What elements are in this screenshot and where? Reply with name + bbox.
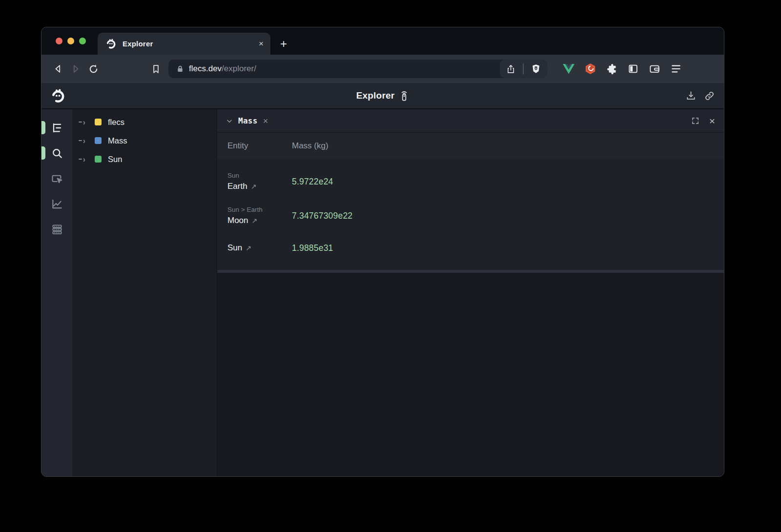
entity-color-swatch <box>95 156 102 163</box>
page-title: Explorer <box>356 90 395 101</box>
external-link-icon: ↗ <box>246 242 251 254</box>
line-chart-icon <box>51 198 63 210</box>
expand-chevron-icon[interactable]: › <box>79 118 91 126</box>
reload-button[interactable] <box>84 60 102 78</box>
tab-title: Explorer <box>123 40 253 48</box>
new-tab-button[interactable]: + <box>280 38 287 50</box>
toolbar-divider <box>523 63 524 75</box>
url-domain: flecs.dev <box>189 64 222 73</box>
browser-tab-explorer[interactable]: Explorer × <box>98 33 270 55</box>
minimize-window-button[interactable] <box>67 38 74 44</box>
entity-tree-panel: › flecs › Mass › Sun <box>72 109 217 476</box>
tree-item-label: flecs <box>108 118 124 127</box>
mass-value: 1.9885e31 <box>292 243 333 253</box>
extension-icons <box>563 63 681 75</box>
inspect-cursor-icon <box>51 172 63 185</box>
browser-toolbar: flecs.dev/explorer/ <box>41 55 724 83</box>
table-row[interactable]: Sun↗ 1.9885e31 <box>227 233 724 263</box>
browser-window: Explorer × + <box>41 27 724 477</box>
flecs-favicon-icon <box>105 38 117 49</box>
tree-outline-icon <box>51 122 63 134</box>
external-link-icon: ↗ <box>252 215 258 226</box>
expand-chevron-icon[interactable]: › <box>79 155 91 163</box>
hexagon-extension-icon[interactable] <box>585 63 596 75</box>
tree-item-label: Sun <box>108 155 122 164</box>
tree-item-mass[interactable]: › Mass <box>72 131 217 150</box>
bookmark-icon[interactable] <box>147 60 164 78</box>
zoom-window-button[interactable] <box>79 38 86 44</box>
column-header-entity: Entity <box>227 141 292 151</box>
app-header: Explorer <box>41 83 724 109</box>
query-panel-header: Mass × × <box>217 109 724 132</box>
browser-tab-bar: Explorer × + <box>41 27 724 55</box>
query-panel: Mass × × Entity Mass (kg) <box>217 109 724 476</box>
tree-item-flecs[interactable]: › flecs <box>72 113 217 131</box>
activity-bar <box>41 109 72 476</box>
url-bar-controls <box>500 60 547 78</box>
entity-name-link[interactable]: Sun↗ <box>227 242 292 254</box>
flecs-logo-icon[interactable] <box>50 88 66 103</box>
copy-link-icon[interactable] <box>704 90 715 102</box>
sidebar-item-stats[interactable] <box>41 191 72 217</box>
tree-item-label: Mass <box>108 136 127 145</box>
url-bar[interactable]: flecs.dev/explorer/ <box>168 60 547 78</box>
active-panel-indicator <box>41 146 45 160</box>
tab-close-icon[interactable]: × <box>259 40 264 48</box>
wallet-icon[interactable] <box>649 63 660 74</box>
sidebar-item-search[interactable] <box>41 141 72 166</box>
url-path: /explorer/ <box>222 64 256 73</box>
external-link-icon: ↗ <box>251 181 257 192</box>
stacked-rows-icon <box>51 223 63 236</box>
entity-parent-path: Sun > Earth <box>227 205 292 215</box>
active-panel-indicator <box>41 121 45 134</box>
entity-name-link[interactable]: Earth↗ <box>227 181 292 192</box>
back-button[interactable] <box>49 60 67 78</box>
table-row[interactable]: Sun Earth↗ 5.9722e24 <box>227 164 724 199</box>
entity-name-link[interactable]: Moon↗ <box>227 215 292 226</box>
sidebar-item-inspect[interactable] <box>41 166 72 191</box>
vue-devtools-icon[interactable] <box>563 63 575 74</box>
query-title: Mass <box>238 116 258 125</box>
remote-connection-icon[interactable] <box>399 90 409 102</box>
url-text: flecs.dev/explorer/ <box>189 64 256 74</box>
app-content: › flecs › Mass › Sun <box>41 109 724 476</box>
tree-item-sun[interactable]: › Sun <box>72 150 217 168</box>
forward-button[interactable] <box>67 60 84 78</box>
column-header-value: Mass (kg) <box>292 141 329 151</box>
sidebar-toggle-icon[interactable] <box>628 63 638 74</box>
entity-parent-path: Sun <box>227 171 292 181</box>
close-window-button[interactable] <box>56 38 62 44</box>
sidebar-item-queries[interactable] <box>41 217 72 242</box>
sidebar-item-tree[interactable] <box>41 115 72 141</box>
table-header-row: Entity Mass (kg) <box>217 132 724 159</box>
download-icon[interactable] <box>685 90 697 102</box>
search-icon <box>51 147 63 160</box>
extensions-puzzle-icon[interactable] <box>606 63 617 75</box>
chevron-down-icon[interactable] <box>226 118 233 124</box>
browser-menu-icon[interactable] <box>671 64 681 74</box>
mass-value: 7.34767309e22 <box>292 211 352 221</box>
entity-color-swatch <box>95 119 102 125</box>
query-results-table: Sun Earth↗ 5.9722e24 Sun > Earth Moon↗ 7… <box>217 159 724 270</box>
query-close-icon[interactable]: × <box>263 117 268 125</box>
panel-close-icon[interactable]: × <box>709 116 715 126</box>
traffic-lights <box>41 27 98 55</box>
entity-color-swatch <box>95 137 102 144</box>
expand-chevron-icon[interactable]: › <box>79 137 91 144</box>
empty-panel-area <box>217 273 724 476</box>
desktop-background: Explorer × + <box>0 0 781 532</box>
table-row[interactable]: Sun > Earth Moon↗ 7.34767309e22 <box>227 199 724 233</box>
brave-shield-icon[interactable] <box>531 63 541 74</box>
mass-value: 5.9722e24 <box>292 177 333 187</box>
lock-icon <box>176 65 184 73</box>
fullscreen-icon[interactable] <box>691 117 699 125</box>
share-icon[interactable] <box>506 64 516 74</box>
